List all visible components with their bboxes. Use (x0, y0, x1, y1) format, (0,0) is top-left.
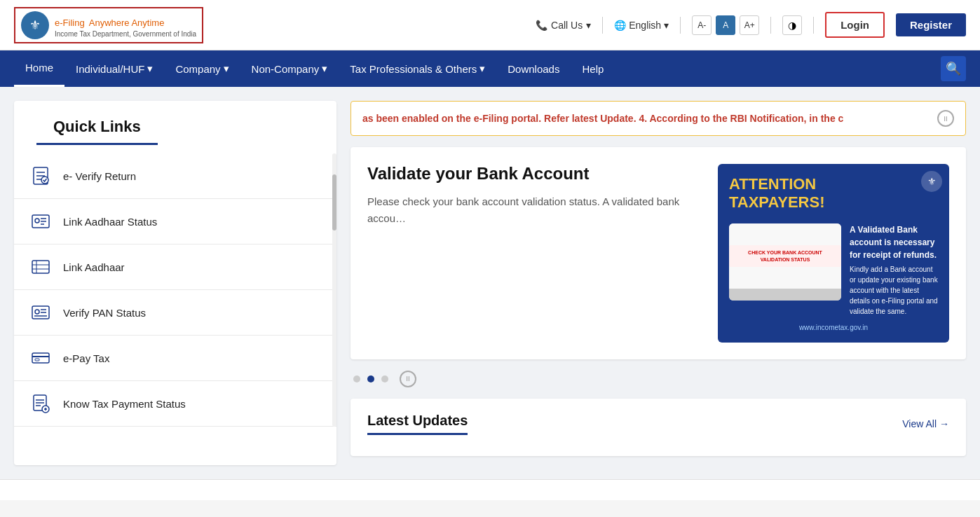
top-actions: 📞 Call Us ▾ 🌐 English ▾ A- A A+ ◑ Login … (536, 12, 966, 38)
divider-4 (813, 17, 814, 34)
logo-area: ⚜ e-Filing Anywhere Anytime Income Tax D… (14, 7, 203, 43)
font-decrease-button[interactable]: A- (692, 15, 712, 35)
logo-title: e-Filing Anywhere Anytime (55, 12, 196, 30)
divider-3 (770, 17, 771, 34)
latest-updates-panel: Latest Updates View All → (351, 399, 966, 456)
carousel-dot-1[interactable] (353, 375, 360, 382)
search-icon: 🔍 (946, 61, 961, 76)
language-selector[interactable]: 🌐 English ▾ (614, 20, 669, 31)
bottom-strip (0, 479, 980, 500)
latest-updates-title: Latest Updates (367, 413, 468, 435)
nav-non-company-chevron: ▾ (322, 62, 327, 75)
laptop-screen: CHECK YOUR BANK ACCOUNT VALIDATION STATU… (729, 223, 841, 289)
font-increase-button[interactable]: A+ (740, 15, 759, 35)
aadhaar-status-label: Link Aadhaar Status (63, 216, 157, 228)
nav-home[interactable]: Home (14, 50, 64, 87)
divider-2 (680, 17, 681, 34)
nav-tax-professionals[interactable]: Tax Professionals & Others ▾ (339, 51, 496, 86)
hero-img-body: CHECK YOUR BANK ACCOUNT VALIDATION STATU… (729, 223, 938, 317)
hero-img-title-line1: ATTENTION (729, 175, 816, 193)
contrast-button[interactable]: ◑ (782, 15, 802, 35)
hero-text: Validate your Bank Account Please check … (367, 164, 701, 343)
laptop-base (729, 289, 841, 301)
carousel-dot-2[interactable] (367, 375, 374, 382)
epay-tax-label: e-Pay Tax (63, 352, 109, 364)
quick-link-aadhaar[interactable]: Link Aadhaar (14, 244, 336, 290)
view-all-arrow-icon: → (939, 418, 949, 429)
hero-img-info: A Validated Bank account is necessary fo… (850, 223, 938, 317)
pause-icon: ⏸ (942, 115, 949, 123)
logo-box: ⚜ e-Filing Anywhere Anytime Income Tax D… (14, 7, 203, 43)
carousel-pause-button[interactable]: ⏸ (400, 371, 416, 387)
carousel-pause-icon: ⏸ (404, 375, 411, 382)
top-bar: ⚜ e-Filing Anywhere Anytime Income Tax D… (0, 0, 980, 50)
laptop-mockup: CHECK YOUR BANK ACCOUNT VALIDATION STATU… (729, 223, 841, 301)
hero-emblem: ⚜ (921, 171, 942, 192)
carousel-dot-3[interactable] (381, 375, 388, 382)
hero-img-info-body: Kindly add a Bank account or update your… (850, 266, 938, 315)
nav-company[interactable]: Company ▾ (164, 51, 240, 86)
view-all-link[interactable]: View All → (902, 418, 949, 429)
verify-pan-icon (28, 300, 53, 325)
ticker-bar: as been enabled on the e-Filing portal. … (351, 101, 966, 136)
divider-1 (602, 17, 603, 34)
call-us-button[interactable]: 📞 Call Us ▾ (536, 20, 591, 31)
font-normal-button[interactable]: A (716, 15, 735, 35)
nav-non-company[interactable]: Non-Company ▾ (240, 51, 339, 86)
contrast-icon: ◑ (788, 20, 796, 31)
phone-icon: 📞 (536, 20, 547, 31)
quick-link-aadhaar-status[interactable]: Link Aadhaar Status (14, 199, 336, 244)
call-chevron-icon: ▾ (586, 20, 591, 31)
logo-title-text: e-Filing (55, 18, 85, 28)
ticker-text: as been enabled on the e-Filing portal. … (362, 113, 930, 124)
hero-description: Please check your bank account validatio… (367, 193, 701, 227)
quick-links-panel: Quick Links e- Verify Retu (14, 101, 336, 465)
svg-rect-19 (32, 353, 49, 363)
nav-company-chevron: ▾ (224, 62, 229, 75)
know-tax-payment-icon (28, 391, 53, 416)
verify-pan-label: Verify PAN Status (63, 307, 146, 319)
search-button[interactable]: 🔍 (941, 56, 966, 81)
aadhaar-icon (28, 254, 53, 280)
nav-non-company-label: Non-Company (252, 63, 320, 75)
nav-help[interactable]: Help (571, 52, 615, 86)
know-tax-payment-label: Know Tax Payment Status (63, 398, 186, 410)
svg-point-6 (35, 219, 39, 223)
laptop-screen-button[interactable]: CHECK YOUR BANK ACCOUNT VALIDATION STATU… (729, 245, 841, 268)
epay-tax-icon (28, 345, 53, 371)
nav-individual-huf[interactable]: Individual/HUF ▾ (64, 51, 164, 86)
call-us-label: Call Us (551, 20, 583, 31)
quick-links-title: Quick Links (36, 118, 158, 145)
quick-links-list-container: e- Verify Return Link Aadhaar Status (14, 153, 336, 427)
right-content: as been enabled on the e-Filing portal. … (351, 101, 966, 465)
hero-section: Validate your Bank Account Please check … (351, 147, 966, 359)
logo-emblem: ⚜ (21, 11, 49, 39)
hero-img-info-title: A Validated Bank account is necessary fo… (850, 223, 938, 261)
nav-downloads[interactable]: Downloads (496, 52, 571, 86)
nav-company-label: Company (175, 63, 220, 75)
ticker-pause-button[interactable]: ⏸ (937, 110, 954, 127)
logo-subtitle: Income Tax Department, Government of Ind… (55, 30, 196, 38)
nav-help-label: Help (582, 63, 604, 75)
login-button[interactable]: Login (825, 12, 885, 38)
quick-link-know-tax-payment[interactable]: Know Tax Payment Status (14, 381, 336, 427)
quick-link-verify-pan[interactable]: Verify PAN Status (14, 290, 336, 336)
nav-individual-chevron: ▾ (147, 62, 153, 75)
e-verify-icon (28, 163, 53, 188)
quick-links-list: e- Verify Return Link Aadhaar Status (14, 153, 336, 427)
nav-tax-professionals-chevron: ▾ (479, 62, 485, 75)
hero-img-content: ⚜ ATTENTION TAXPAYERS! CHECK YOUR BANK A… (718, 164, 949, 343)
hero-img-title: ATTENTION TAXPAYERS! (729, 175, 938, 212)
quick-link-e-verify[interactable]: e- Verify Return (14, 153, 336, 199)
svg-point-4 (41, 177, 48, 184)
carousel-controls: ⏸ (351, 371, 966, 387)
hero-title: Validate your Bank Account (367, 164, 701, 184)
quick-link-epay-tax[interactable]: e-Pay Tax (14, 336, 336, 381)
font-controls: A- A A+ (692, 15, 759, 35)
lang-chevron-icon: ▾ (664, 20, 669, 31)
register-button[interactable]: Register (896, 13, 966, 36)
language-label: English (629, 20, 661, 31)
nav-tax-professionals-label: Tax Professionals & Others (350, 63, 477, 75)
updates-header: Latest Updates View All → (367, 413, 949, 435)
logo-tagline: Anywhere Anytime (89, 18, 165, 28)
